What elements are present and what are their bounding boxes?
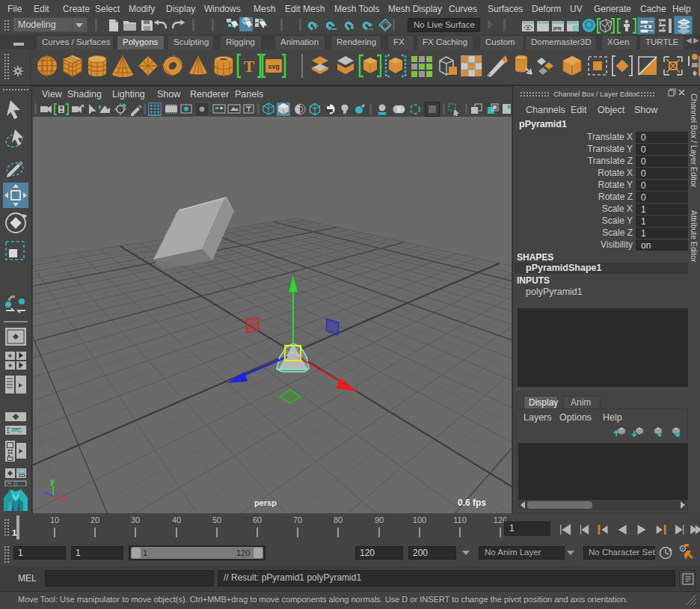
svg-text:z: z: [37, 488, 40, 496]
svg-text:70: 70: [293, 515, 302, 524]
svg-text:40: 40: [172, 515, 181, 524]
svg-text:50: 50: [212, 515, 221, 524]
svg-text:y: y: [50, 477, 55, 486]
svg-text:80: 80: [334, 515, 343, 524]
svg-text:x: x: [63, 495, 67, 503]
svg-text:90: 90: [375, 515, 384, 524]
svg-text:20: 20: [90, 515, 99, 524]
svg-text:svg: svg: [268, 63, 280, 70]
svg-text:T: T: [244, 57, 255, 76]
svg-text:10: 10: [50, 515, 59, 524]
svg-text:100: 100: [413, 515, 426, 524]
svg-text:IPR: IPR: [553, 26, 562, 31]
svg-text:30: 30: [131, 515, 140, 524]
svg-text:110: 110: [453, 515, 467, 524]
svg-text:60: 60: [253, 515, 262, 524]
svg-text:1: 1: [12, 528, 17, 537]
